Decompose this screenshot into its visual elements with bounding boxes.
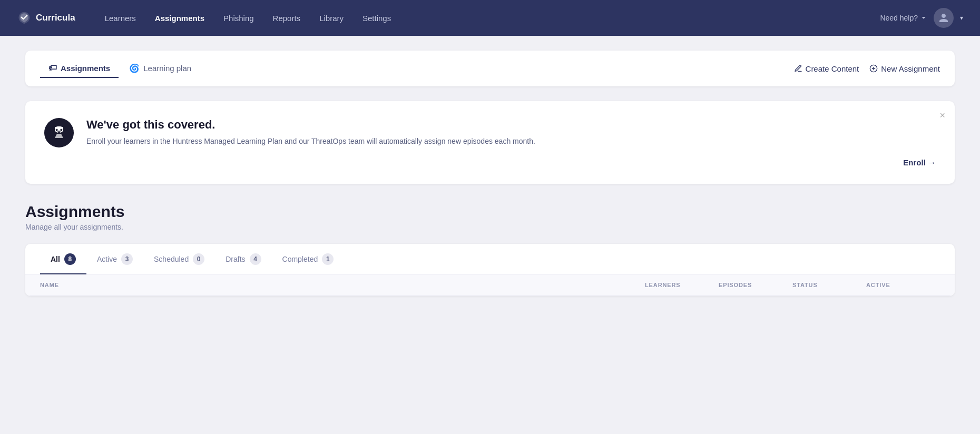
filter-tab-scheduled-badge: 0: [193, 253, 204, 265]
col-episodes: EPISODES: [719, 282, 792, 288]
nav-learners[interactable]: Learners: [96, 9, 144, 27]
filter-tab-active-badge: 3: [121, 253, 133, 265]
assignments-title: Assignments: [25, 203, 955, 221]
promo-enroll: Enroll →: [44, 158, 936, 167]
learning-plan-tab-icon: 🌀: [129, 63, 140, 73]
top-tab-links: 🏷 Assignments 🌀 Learning plan: [40, 59, 794, 78]
avatar-button[interactable]: [934, 8, 954, 28]
top-card-actions: Create Content New Assignment: [794, 64, 940, 73]
promo-card: × We've got this covered. Enroll your le…: [25, 101, 955, 184]
col-active: ACTIVE: [866, 282, 940, 288]
assignments-subtitle: Manage all your assignments.: [25, 223, 955, 231]
nav-phishing[interactable]: Phishing: [215, 9, 262, 27]
filter-tab-drafts-badge: 4: [250, 253, 261, 265]
help-button[interactable]: Need help?: [880, 14, 927, 22]
col-learners: LEARNERS: [645, 282, 719, 288]
promo-text: We've got this covered. Enroll your lear…: [86, 118, 535, 147]
filter-tab-scheduled[interactable]: Scheduled 0: [143, 244, 215, 274]
svg-point-5: [61, 129, 62, 131]
filter-tabs: All 8 Active 3 Scheduled 0 Drafts 4 Comp…: [25, 244, 955, 274]
nav-assignments[interactable]: Assignments: [146, 9, 213, 27]
table-header: NAME LEARNERS EPISODES STATUS ACTIVE: [25, 274, 955, 296]
filter-card: All 8 Active 3 Scheduled 0 Drafts 4 Comp…: [25, 244, 955, 296]
filter-tab-completed-label: Completed: [282, 255, 318, 263]
col-name: NAME: [40, 282, 645, 288]
filter-tab-all-badge: 8: [64, 253, 76, 265]
navbar: Curricula Learners Assignments Phishing …: [0, 0, 980, 36]
nav-reports[interactable]: Reports: [264, 9, 309, 27]
nav-links: Learners Assignments Phishing Reports Li…: [96, 9, 880, 27]
avatar-chevron[interactable]: ▾: [960, 14, 963, 22]
promo-body: Enroll your learners in the Huntress Man…: [86, 136, 535, 147]
filter-tab-drafts[interactable]: Drafts 4: [215, 244, 271, 274]
filter-tab-completed[interactable]: Completed 1: [272, 244, 345, 274]
filter-tab-all[interactable]: All 8: [40, 244, 86, 274]
logo[interactable]: Curricula: [17, 11, 75, 25]
promo-inner: We've got this covered. Enroll your lear…: [44, 118, 936, 147]
huntress-logo: [44, 118, 74, 147]
filter-tab-drafts-label: Drafts: [226, 255, 245, 263]
nav-library[interactable]: Library: [311, 9, 352, 27]
navbar-right: Need help? ▾: [880, 8, 963, 28]
promo-close-button[interactable]: ×: [939, 111, 945, 120]
top-card: 🏷 Assignments 🌀 Learning plan Create Con…: [25, 51, 955, 86]
create-content-label: Create Content: [806, 64, 859, 73]
nav-settings[interactable]: Settings: [354, 9, 399, 27]
help-label: Need help?: [880, 14, 918, 22]
tab-learning-plan[interactable]: 🌀 Learning plan: [121, 59, 200, 78]
filter-tab-active-label: Active: [97, 255, 117, 263]
filter-tab-all-label: All: [51, 255, 60, 263]
filter-tab-completed-badge: 1: [322, 253, 334, 265]
tab-assignments[interactable]: 🏷 Assignments: [40, 59, 119, 78]
promo-headline: We've got this covered.: [86, 118, 535, 132]
tab-assignments-label: Assignments: [61, 64, 110, 73]
create-content-button[interactable]: Create Content: [794, 64, 859, 73]
new-assignment-button[interactable]: New Assignment: [869, 64, 940, 73]
main-content: 🏷 Assignments 🌀 Learning plan Create Con…: [0, 36, 980, 311]
svg-point-4: [56, 129, 58, 131]
new-assignment-label: New Assignment: [881, 64, 940, 73]
filter-tab-active[interactable]: Active 3: [86, 244, 143, 274]
enroll-button[interactable]: Enroll →: [903, 158, 936, 167]
assignments-tab-icon: 🏷: [48, 63, 57, 73]
logo-text: Curricula: [36, 13, 75, 23]
tab-learning-plan-label: Learning plan: [143, 64, 191, 73]
col-status: STATUS: [792, 282, 866, 288]
filter-tab-scheduled-label: Scheduled: [154, 255, 189, 263]
